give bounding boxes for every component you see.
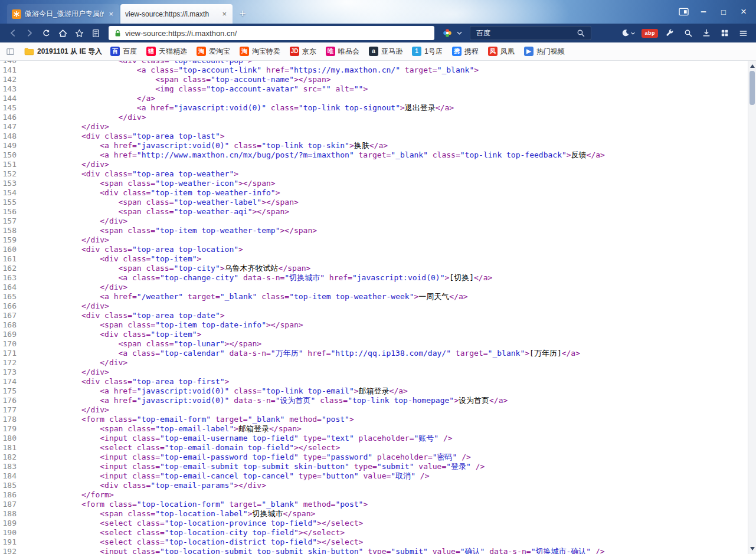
line-code: <a href="http://www.maxthon.cn/mx/bug/po… [26,150,605,160]
bookmark-item[interactable]: a亚马逊 [369,47,402,57]
line-code: <span class="top-lunar"></span> [26,339,261,349]
bookmark-label: 淘宝特卖 [252,47,280,57]
favorites-panel-icon[interactable] [6,47,15,56]
search-engine-label[interactable]: 百度 [476,28,574,38]
browser-tab[interactable]: view-source:https://i.maxth× [120,4,233,24]
scroll-up-arrow[interactable] [748,62,756,70]
source-line: 145 <a href="javascript:void(0)" class="… [0,103,756,113]
bookmark-favicon: ▶ [524,47,534,56]
line-code: <div class="top-area top-first"> [26,377,229,386]
line-code: <input class="top-email-username top-fie… [26,434,453,443]
line-code: </a> [26,94,155,103]
tab-strip: 傲游今日_傲游用户专属的×view-source:https://i.maxth… [0,0,234,24]
line-code: <a href="javascript:void(0)" class="top-… [26,386,408,396]
wrench-tools-icon[interactable] [662,25,678,41]
bookmark-item[interactable]: JD京东 [290,47,316,57]
scrollbar-thumb[interactable] [750,71,755,105]
bookmark-label: 唯品会 [338,47,359,57]
tab-favicon-icon [12,9,21,19]
line-code: <select class="top-location-district top… [26,537,363,547]
reader-mode-icon[interactable] [87,25,104,41]
bookmark-label: 京东 [302,47,316,57]
resource-sniffer-icon[interactable] [680,25,696,41]
line-number: 167 [0,311,26,320]
line-number: 172 [0,358,26,368]
source-line: 181 <select class="top-email-domain top-… [0,443,756,453]
line-code: <select class="top-email-domain top-fiel… [26,443,340,453]
source-line: 184 <input class="top-email-cancel top-c… [0,471,756,481]
line-code: </div> [26,113,146,122]
bookmark-item[interactable]: ▶热门视频 [524,47,565,57]
source-line: 147 </div> [0,122,756,132]
line-number: 145 [0,103,26,113]
bookmark-item[interactable]: 淘爱淘宝 [197,47,230,57]
close-button[interactable]: × [734,4,754,20]
browser-window: 傲游今日_傲游用户专属的×view-source:https://i.maxth… [0,0,756,554]
bookmark-item[interactable]: 猫天猫精选 [146,47,187,57]
source-line: 171 <a class="top-calendar" data-s-n="万年… [0,349,756,358]
line-code: <a href="javascript:void(0)" data-s-n="设… [26,396,508,405]
line-number: 161 [0,254,26,264]
bookmark-item[interactable]: 淘淘宝特卖 [240,47,280,57]
line-number: 154 [0,188,26,198]
download-icon[interactable] [698,25,715,41]
source-line: 170 <span class="top-lunar"></span> [0,339,756,349]
source-line: 187 <form class="top-location-form" targ… [0,500,756,509]
bookmark-item[interactable]: 百百度 [110,47,137,57]
line-code: <div class="top-area top-last"> [26,132,225,141]
address-bar[interactable]: view-source:https://i.maxthon.cn/ [109,26,434,40]
line-number: 153 [0,179,26,188]
maximize-button[interactable]: □ [714,4,734,20]
line-code: <div class="top-area top-date"> [26,311,225,320]
source-line: 146 </div> [0,113,756,122]
menu-icon[interactable] [735,25,751,41]
browser-tab[interactable]: 傲游今日_傲游用户专属的× [7,4,119,24]
line-number: 181 [0,443,26,453]
favorite-star-icon[interactable] [71,25,87,41]
bookmark-label: 天猫精选 [159,47,187,57]
tab-close-button[interactable]: × [107,9,114,18]
line-code: </div> [26,235,109,245]
home-button[interactable] [54,25,71,41]
line-number: 182 [0,453,26,462]
source-line: 179 <span class="top-email-label">邮箱登录</… [0,424,756,434]
night-mode-icon[interactable] [618,25,638,41]
scroll-down-arrow[interactable] [748,545,756,553]
apps-grid-icon[interactable] [716,25,733,41]
new-tab-button[interactable]: + [234,5,251,22]
split-screen-icon[interactable] [673,4,693,20]
vertical-scrollbar[interactable] [748,61,756,554]
back-button[interactable] [5,25,21,41]
bookmark-favicon: 携 [452,47,462,56]
titlebar: 傲游今日_傲游用户专属的×view-source:https://i.maxth… [0,0,756,24]
bookmark-folder[interactable]: 20191101 从 IE 导入 [24,47,102,57]
bookmark-item[interactable]: 11号店 [412,47,443,57]
forward-button[interactable] [21,25,38,41]
minimize-button[interactable]: – [693,4,714,20]
line-number: 155 [0,198,26,207]
bookmark-item[interactable]: 凤凤凰 [488,47,515,57]
bookmark-item[interactable]: 携携程 [452,47,479,57]
source-line: 180 <input class="top-email-username top… [0,434,756,443]
line-code: <select class="top-location-province top… [26,519,363,528]
bookmark-item[interactable]: 唯唯品会 [326,47,359,57]
line-number: 160 [0,245,26,254]
line-code: </div> [26,358,127,368]
search-icon[interactable] [574,25,587,41]
bookmark-items: 百百度猫天猫精选淘爱淘宝淘淘宝特卖JD京东唯唯品会a亚马逊11号店携携程凤凤凰▶… [110,47,565,57]
line-code: <a class="top-change-city" data-s-n="切换城… [26,273,492,283]
source-line: 150 <a href="http://www.maxthon.cn/mx/bu… [0,150,756,160]
refresh-button[interactable] [38,25,54,41]
search-box[interactable]: 百度 [470,26,591,40]
chevron-down-icon[interactable] [456,25,463,41]
source-line: 143 <img class="top-account-avatar" src=… [0,84,756,94]
source-line: 188 <span class="top-location-label">切换城… [0,509,756,519]
source-line: 183 <input class="top-email-submit top-s… [0,462,756,471]
bookmark-favicon: 唯 [326,47,335,56]
source-line: 177 </div> [0,405,756,415]
pinwheel-icon[interactable] [439,25,456,41]
adblock-badge[interactable]: abp [642,29,658,38]
source-line: 168 <span class="top-item top-date-info"… [0,320,756,330]
tab-close-button[interactable]: × [221,9,228,18]
url-text[interactable]: view-source:https://i.maxthon.cn/ [125,29,237,38]
